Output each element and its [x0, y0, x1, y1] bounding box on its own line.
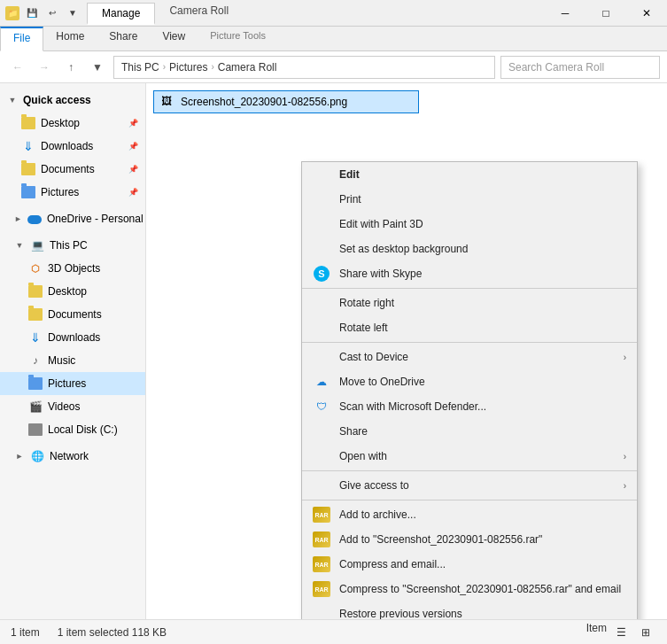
sidebar-item-desktop-pc[interactable]: Desktop: [0, 280, 145, 303]
sidebar-item-documents-pc[interactable]: Documents: [0, 303, 145, 326]
view-grid-button[interactable]: ⊞: [635, 622, 656, 643]
address-bar: ← → ↑ ▼ This PC › Pictures › Camera Roll…: [0, 51, 667, 83]
sidebar-label-downloads-pc: Downloads: [48, 331, 100, 344]
path-segment-thispc[interactable]: This PC: [121, 61, 159, 74]
recent-locations-button[interactable]: ▼: [87, 57, 108, 78]
file-item-screenshot[interactable]: 🖼 Screenshot_20230901-082556.png: [153, 90, 419, 113]
status-bar: 1 item 1 item selected 118 KB Item ☰ ⊞: [0, 619, 667, 644]
ctx-sep-3: [302, 470, 637, 471]
main-container: ▼ Quick access Desktop 📌 ⇓ Downloads 📌 D…: [0, 83, 667, 619]
ctx-restore-icon: [313, 605, 330, 619]
up-button[interactable]: ↑: [60, 57, 81, 78]
sidebar-item-pictures-pc[interactable]: Pictures: [0, 372, 145, 395]
sidebar-item-thispc[interactable]: ▼ 💻 This PC: [0, 234, 145, 257]
quick-save-btn[interactable]: 💾: [23, 4, 41, 22]
onedrive-icon: [27, 215, 42, 224]
download-pc-icon: ⇓: [28, 330, 43, 345]
ctx-add-rar[interactable]: RAR Add to "Screenshot_20230901-082556.r…: [302, 527, 637, 552]
ctx-rotate-left[interactable]: Rotate left: [302, 315, 637, 340]
status-selected-info: 1 item selected 118 KB: [58, 626, 167, 639]
ctx-add-archive[interactable]: RAR Add to archive...: [302, 502, 637, 527]
sidebar-quick-access-header[interactable]: ▼ Quick access: [0, 89, 145, 112]
address-path[interactable]: This PC › Pictures › Camera Roll: [113, 56, 495, 79]
path-sep-2: ›: [211, 62, 213, 72]
ctx-open-with-arrow: ›: [624, 452, 626, 462]
folder-icon-docs: [21, 163, 35, 175]
ctx-compress-email-rar[interactable]: RAR Compress to "Screenshot_20230901-082…: [302, 577, 637, 601]
ctx-give-access[interactable]: Give access to ›: [302, 473, 637, 498]
status-item-label: Item: [586, 622, 607, 643]
sidebar-item-3dobjects[interactable]: ⬡ 3D Objects: [0, 257, 145, 280]
sidebar-item-network[interactable]: ► 🌐 Network: [0, 445, 145, 468]
sidebar-item-downloads-quick[interactable]: ⇓ Downloads 📌: [0, 135, 145, 158]
ctx-skype-icon: S: [313, 265, 330, 283]
search-placeholder: Search Camera Roll: [508, 61, 604, 74]
ctx-sep-2: [302, 342, 637, 343]
ctx-edit-paint3d-label: Edit with Paint 3D: [339, 218, 423, 230]
sidebar-label-documents-pc: Documents: [48, 308, 102, 321]
ctx-edit[interactable]: Edit: [302, 162, 637, 187]
search-box[interactable]: Search Camera Roll: [500, 56, 660, 79]
sidebar-item-pictures-quick[interactable]: Pictures 📌: [0, 181, 145, 204]
ctx-move-onedrive[interactable]: ☁ Move to OneDrive: [302, 369, 637, 394]
ctx-add-archive-label: Add to archive...: [339, 508, 416, 521]
sidebar-label-network: Network: [50, 450, 89, 462]
sidebar-label-downloads-quick: Downloads: [41, 140, 93, 152]
quick-undo-btn[interactable]: ↩: [43, 4, 61, 22]
sidebar-item-downloads-pc[interactable]: ⇓ Downloads: [0, 326, 145, 349]
ctx-restore-versions[interactable]: Restore previous versions: [302, 601, 637, 619]
forward-button[interactable]: →: [34, 57, 55, 78]
ctx-share[interactable]: Share: [302, 419, 637, 444]
network-icon: 🌐: [30, 449, 44, 463]
ctx-compress-email[interactable]: RAR Compress and email...: [302, 552, 637, 577]
tab-share[interactable]: Share: [97, 27, 150, 50]
sidebar-label-music: Music: [48, 354, 75, 367]
tab-picture-tools[interactable]: Picture Tools: [198, 27, 278, 50]
sidebar-item-documents-quick[interactable]: Documents 📌: [0, 158, 145, 181]
ctx-edit-label: Edit: [339, 168, 360, 181]
pin-icon: 📌: [128, 119, 138, 128]
sidebar-quick-access-label: Quick access: [23, 94, 91, 106]
sidebar-label-localdisk: Local Disk (C:): [48, 423, 118, 436]
status-bar-right: Item ☰ ⊞: [586, 622, 656, 643]
close-button[interactable]: ✕: [626, 0, 667, 27]
ctx-share-skype-label: Share with Skype: [339, 268, 422, 280]
quick-down-btn[interactable]: ▼: [64, 4, 81, 22]
path-segment-cameraroll[interactable]: Camera Roll: [218, 61, 277, 74]
path-segment-pictures[interactable]: Pictures: [169, 61, 207, 74]
pictures-icon-quick: [21, 186, 35, 198]
window-controls[interactable]: ─ □ ✕: [545, 0, 667, 27]
maximize-button[interactable]: □: [586, 0, 626, 27]
tab-home[interactable]: Home: [43, 27, 97, 50]
quick-access-toolbar[interactable]: 💾 ↩ ▼: [23, 4, 81, 22]
ctx-edit-paint3d[interactable]: Edit with Paint 3D: [302, 212, 637, 237]
ctx-sep-1: [302, 288, 637, 289]
view-list-button[interactable]: ☰: [610, 622, 632, 643]
tab-file[interactable]: File: [0, 27, 43, 51]
app-icon: 📁: [5, 6, 19, 20]
sidebar-item-desktop-quick[interactable]: Desktop 📌: [0, 112, 145, 135]
ctx-move-onedrive-label: Move to OneDrive: [339, 376, 425, 388]
tab-manage[interactable]: Manage: [87, 3, 155, 25]
ctx-add-rar-label: Add to "Screenshot_20230901-082556.rar": [339, 533, 542, 546]
back-button[interactable]: ←: [7, 57, 28, 78]
sidebar-item-onedrive[interactable]: ► OneDrive - Personal: [0, 207, 145, 230]
ctx-print[interactable]: Print: [302, 187, 637, 212]
ctx-rotate-right[interactable]: Rotate right: [302, 291, 637, 315]
ctx-rotate-right-label: Rotate right: [339, 297, 394, 309]
ctx-cast-device[interactable]: Cast to Device ›: [302, 345, 637, 369]
tab-view[interactable]: View: [150, 27, 198, 50]
ctx-open-with[interactable]: Open with ›: [302, 444, 637, 469]
sidebar-item-videos[interactable]: 🎬 Videos: [0, 395, 145, 418]
ctx-scan-defender[interactable]: 🛡 Scan with Microsoft Defender...: [302, 394, 637, 419]
sidebar-item-music[interactable]: ♪ Music: [0, 349, 145, 372]
ctx-set-desktop-bg[interactable]: Set as desktop background: [302, 237, 637, 261]
ctx-compress-email-rar-label: Compress to "Screenshot_20230901-082556.…: [339, 583, 621, 595]
ctx-share-skype[interactable]: S Share with Skype: [302, 261, 637, 286]
minimize-button[interactable]: ─: [545, 0, 586, 27]
3d-icon: ⬡: [28, 261, 43, 275]
tab-camera-roll[interactable]: Camera Roll: [155, 1, 243, 25]
sidebar-onedrive-section: ► OneDrive - Personal: [0, 206, 145, 232]
sidebar-item-localdisk[interactable]: Local Disk (C:): [0, 418, 145, 441]
network-chevron: ►: [14, 452, 25, 461]
